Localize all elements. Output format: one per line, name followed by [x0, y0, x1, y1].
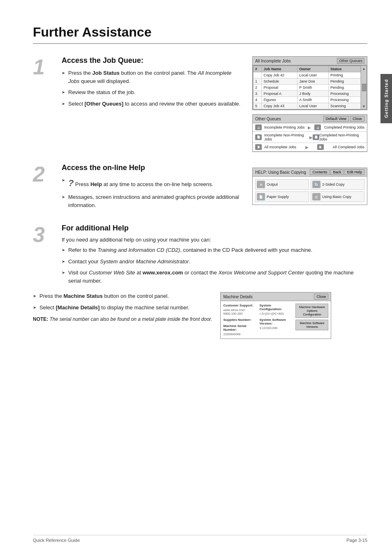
queue-icon: 📋	[317, 144, 324, 150]
table-row[interactable]: 2ProposalP SmithPending	[254, 85, 361, 91]
page-footer: Quick Reference Guide Page 3-15	[33, 535, 367, 543]
section-2-screenshot: HELP: Using Basic Copying Contents Back …	[252, 164, 367, 205]
footer-left: Quick Reference Guide	[33, 538, 80, 543]
section-1-text: Access the Job Queue: Press the Job Stat…	[62, 56, 244, 111]
list-item: Press the Machine Status button on the c…	[33, 292, 212, 300]
section-1-heading: Access the Job Queue:	[62, 56, 244, 65]
list-item[interactable]: 📋 All Incomplete Jobs ▶ 📋 All Completed …	[253, 143, 367, 152]
help-header: HELP: Using Basic Copying Contents Back …	[253, 168, 367, 177]
table-row[interactable]: 3Proposal AJ BodyProcessing	[254, 91, 361, 97]
section-2-text: Access the on-line Help ? Press Help at …	[62, 164, 244, 212]
section-2-number: 2	[33, 164, 58, 185]
list-item: Select [Other Queues] to access and revi…	[62, 100, 244, 108]
list-item[interactable]: 📄 Paper Supply	[255, 191, 309, 202]
help-grid: ⊕ Output 🔄 2-Sided Copy 📄 Paper Supply	[253, 177, 367, 205]
section-3-bullets: Refer to the Training and Information CD…	[62, 246, 367, 285]
section-3-lower-text: Press the Machine Status button on the c…	[33, 292, 212, 339]
paper-supply-icon: 📄	[257, 193, 265, 200]
table-row[interactable]: Copy Job 42Local UserPrinting	[254, 72, 361, 78]
other-queues-header: Other Queues Default View Close	[253, 115, 367, 123]
section-3-number: 3	[33, 224, 58, 245]
section-2: 2 Access the on-line Help ? Press Help a…	[33, 164, 367, 212]
close-btn[interactable]: Close	[350, 116, 364, 122]
page-container: Getting Started Further Assistance 1 Acc…	[0, 0, 392, 555]
section-1-bullets: Press the Job Status button on the contr…	[62, 69, 244, 108]
queue-icon: 🖨	[314, 124, 321, 130]
section-3-intro: If you need any additional help on using…	[62, 237, 367, 243]
list-item[interactable]: 🔄 2-Sided Copy	[311, 179, 364, 190]
section-3-heading: For additional Help	[62, 224, 367, 233]
section-2-body: Access the on-line Help ? Press Help at …	[62, 164, 367, 212]
section-3: 3 For additional Help If you need any ad…	[33, 224, 367, 339]
job-queue-table: # Job Name Owner Status Copy Job 42Local…	[253, 66, 361, 109]
list-item: Contact your System and/or Machine Admin…	[62, 258, 367, 266]
list-item: Visit our Customer Web Site at www.xerox…	[62, 269, 367, 285]
scrollbar[interactable]: ▲ ▼	[361, 66, 367, 109]
list-item: Review the status of the job.	[62, 88, 244, 97]
machine-details-body: Customer Support: www.xerox.com0800-100-…	[221, 301, 331, 339]
section-3-bullets2: Press the Machine Status button on the c…	[33, 292, 212, 311]
list-item: ? Press Help at any time to access the o…	[62, 176, 244, 190]
table-row[interactable]: 5Copy Job 43Local UserScanning	[254, 103, 361, 109]
sw-versions-btn[interactable]: Machine Software Versions	[295, 320, 328, 330]
table-row[interactable]: 1ScheduleJane DoePending	[254, 78, 361, 85]
queue-icon: 🖨	[255, 124, 262, 130]
side-tab: Getting Started	[380, 74, 392, 123]
queue-icon: 📄	[313, 134, 319, 140]
list-item[interactable]: ⊕ Output	[255, 179, 309, 190]
edit-help-btn[interactable]: Edit Help	[344, 169, 364, 175]
output-icon: ⊕	[257, 181, 265, 188]
basic-copy-icon: 🖨	[312, 193, 321, 200]
note-text: NOTE: The serial number can also be foun…	[33, 315, 212, 323]
job-queue-screenshot: All Incomplete Jobs Other Queues # Job N…	[252, 56, 367, 110]
list-item: Messages, screen instructions and animat…	[62, 193, 244, 209]
section-2-bullets: ? Press Help at any time to access the o…	[62, 176, 244, 209]
contents-btn[interactable]: Contents	[310, 169, 330, 175]
list-item[interactable]: 🖨 Incomplete Printing Jobs ▶ 🖨 Completed…	[253, 123, 367, 132]
section-3-lower: Press the Machine Status button on the c…	[33, 292, 331, 339]
section-1-body: Access the Job Queue: Press the Job Stat…	[62, 56, 367, 152]
back-btn[interactable]: Back	[330, 169, 344, 175]
queue-icon: 📄	[255, 134, 262, 140]
footer-right: Page 3-15	[346, 538, 367, 543]
hw-options-btn[interactable]: Machine Hardware Options Configuration	[295, 304, 328, 318]
section-1-screenshots: All Incomplete Jobs Other Queues # Job N…	[252, 56, 367, 152]
customer-support-section: Customer Support: www.xerox.com0800-100-…	[223, 304, 257, 336]
other-queues-screenshot: Other Queues Default View Close 🖨 Incomp…	[252, 114, 367, 152]
note-label: NOTE:	[33, 316, 48, 322]
section-1: 1 Access the Job Queue: Press the Job St…	[33, 56, 367, 152]
table-row[interactable]: 4FiguresA SmithProcessing	[254, 97, 361, 103]
close-btn[interactable]: Close	[314, 294, 328, 299]
system-config-section: System Configuration: • S<(01<(DC<601 Sy…	[259, 304, 293, 336]
section-2-content: Access the on-line Help ? Press Help at …	[62, 164, 367, 212]
machine-action-btns: Machine Hardware Options Configuration M…	[295, 304, 328, 336]
queue-table-container: # Job Name Owner Status Copy Job 42Local…	[253, 65, 367, 110]
list-item[interactable]: 📄 Incomplete Non-Printing Jobs ▶ 📄 Compl…	[253, 132, 367, 143]
list-item: Select [Machine Details] to display the …	[33, 304, 212, 312]
help-qmark-icon: ?	[68, 178, 74, 188]
help-screenshot: HELP: Using Basic Copying Contents Back …	[252, 168, 367, 205]
section-1-content: Access the Job Queue: Press the Job Stat…	[62, 56, 367, 152]
queue-icon: 📋	[255, 144, 262, 150]
section-3-content: For additional Help If you need any addi…	[62, 224, 367, 288]
arrow-icon: ▶	[305, 145, 309, 150]
machine-details-header: Machine Details Close	[221, 292, 331, 301]
job-queue-header: All Incomplete Jobs Other Queues	[253, 57, 367, 65]
page-title: Further Assistance	[33, 25, 367, 44]
section-1-number: 1	[33, 56, 58, 78]
machine-details-ui: Machine Details Close Customer Support: …	[220, 292, 331, 339]
list-item[interactable]: 🖨 Using Basic Copy	[311, 191, 364, 202]
default-view-btn[interactable]: Default View	[323, 116, 349, 122]
list-item: Press the Job Status button on the contr…	[62, 69, 244, 85]
section-2-heading: Access the on-line Help	[62, 164, 244, 172]
list-item: Refer to the Training and Information CD…	[62, 246, 367, 254]
queue-rows: 🖨 Incomplete Printing Jobs ▶ 🖨 Completed…	[253, 123, 367, 152]
machine-details-screenshot: Machine Details Close Customer Support: …	[220, 292, 331, 339]
other-queues-btn[interactable]: Other Queues	[337, 58, 364, 64]
arrow-icon: ▶	[308, 125, 311, 130]
arrow-icon: ▶	[309, 135, 313, 140]
two-sided-icon: 🔄	[312, 181, 321, 188]
scroll-thumb[interactable]	[362, 84, 366, 91]
